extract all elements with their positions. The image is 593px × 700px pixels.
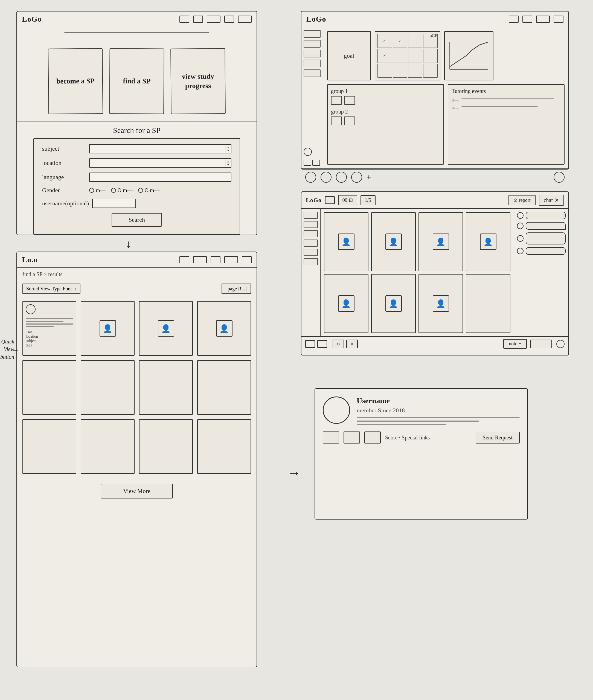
subject-input[interactable]: ▲ ▼: [89, 144, 231, 153]
report-button[interactable]: ⊙ report: [509, 195, 535, 205]
sort-dropdown[interactable]: Sorted View Type Font ↕: [23, 284, 80, 294]
footer-circle-3[interactable]: [336, 172, 347, 183]
card-line-user: [26, 318, 73, 319]
panel3-nav-5[interactable]: [242, 256, 252, 263]
sidebar-bottom-icons: [304, 160, 321, 166]
card-line-tags: [26, 326, 54, 327]
note-button[interactable]: note +: [503, 339, 527, 348]
chat-bubble-1: [526, 212, 566, 219]
sidebar-item-1[interactable]: [304, 30, 321, 38]
nav-icon-2[interactable]: [193, 15, 203, 23]
chat-button[interactable]: chat ✕: [539, 195, 564, 206]
panel3-nav-2[interactable]: [193, 256, 207, 263]
result-card-12[interactable]: [197, 419, 251, 474]
panel3-nav-1[interactable]: [180, 256, 189, 263]
language-input[interactable]: [89, 172, 231, 182]
session-sb-5[interactable]: [304, 249, 318, 256]
member-box-3[interactable]: [331, 117, 342, 125]
profile-action-2[interactable]: [344, 431, 360, 444]
footer-circle-2[interactable]: [321, 172, 331, 183]
result-card-3[interactable]: 👤: [139, 301, 193, 356]
quick-view-arrow: →: [11, 346, 19, 355]
search-form: subject ▲ ▼ location ▲ ▼: [33, 138, 240, 235]
panel3-nav-4[interactable]: [224, 256, 238, 263]
result-card-2[interactable]: 👤: [81, 301, 134, 356]
sidebar-item-2[interactable]: [304, 40, 321, 48]
session-sb-2[interactable]: [304, 221, 318, 228]
result-card-4[interactable]: 👤: [197, 301, 251, 356]
find-sp-card[interactable]: find a SP: [109, 48, 164, 114]
video-person-1: 👤: [341, 237, 351, 246]
bullet-2: o—: [451, 105, 459, 111]
footer-icon-2[interactable]: ⊗: [346, 340, 358, 348]
session-tab-counter[interactable]: 1/5: [360, 195, 375, 205]
result-card-8[interactable]: [197, 360, 251, 415]
username-input[interactable]: [92, 199, 136, 208]
label-subject: subject: [26, 339, 73, 343]
member-box-4[interactable]: [344, 117, 355, 125]
footer-icon-1[interactable]: ⊘: [332, 340, 344, 348]
sidebar-item-4[interactable]: [304, 59, 321, 67]
view-progress-card[interactable]: view study progress: [170, 48, 226, 114]
nav-icon-4[interactable]: [224, 15, 234, 23]
panel2-nav-3[interactable]: [536, 15, 550, 23]
send-request-button[interactable]: Send Request: [476, 432, 520, 444]
panel2-nav-2[interactable]: [522, 15, 532, 23]
panel2-nav-1[interactable]: [509, 15, 519, 23]
member-box-2[interactable]: [344, 96, 355, 105]
result-card-detail[interactable]: user location subject tags: [23, 301, 76, 356]
session-sb-3[interactable]: [304, 230, 318, 237]
nav-icon-5[interactable]: [238, 15, 252, 23]
scroll-down-2: ▼: [227, 163, 230, 166]
result-card-10[interactable]: [81, 419, 134, 474]
sidebar-icon-a[interactable]: [304, 160, 311, 166]
session-tab-timer[interactable]: 00:⊡: [338, 195, 357, 205]
footer-circle-4[interactable]: [351, 172, 362, 183]
video-grid: 👤 👤 👤 👤: [321, 209, 514, 336]
profile-action-3[interactable]: [364, 431, 381, 444]
video-cell-4: 👤: [466, 212, 510, 271]
location-input[interactable]: ▲ ▼: [89, 158, 231, 168]
breadcrumb-text: find a SP > results: [23, 271, 63, 277]
session-sb-4[interactable]: [304, 240, 318, 247]
footer-circle-1[interactable]: [305, 172, 316, 183]
page-dropdown[interactable]: | page R... |: [222, 284, 251, 294]
footer-plus[interactable]: +: [366, 173, 371, 181]
language-row: language: [42, 172, 231, 182]
chat-bubble-2: [526, 222, 566, 230]
profile-username: Username: [357, 397, 520, 405]
member-box-1[interactable]: [331, 96, 342, 105]
session-sb-6[interactable]: [304, 258, 318, 265]
become-sp-card[interactable]: become a SP: [48, 48, 103, 114]
profile-info: Username member Since 2018: [357, 397, 520, 425]
label-user: user: [26, 330, 73, 334]
gender-m3[interactable]: O m—: [138, 187, 160, 194]
sidebar-item-5[interactable]: [304, 70, 321, 77]
chat-footer-box[interactable]: [530, 340, 552, 348]
nav-icon-1[interactable]: [180, 15, 189, 23]
session-sb-1[interactable]: [304, 212, 318, 219]
chat-avatar-4: [517, 248, 523, 254]
result-card-9[interactable]: [23, 419, 76, 474]
gender-m2[interactable]: O m—: [111, 187, 133, 194]
radio-circle-2[interactable]: [111, 188, 116, 193]
search-button[interactable]: Search: [112, 213, 162, 227]
session-icon-1[interactable]: [325, 196, 335, 204]
radio-circle-3[interactable]: [138, 188, 143, 193]
sb-icon-b[interactable]: [317, 340, 327, 348]
radio-circle-1[interactable]: [89, 188, 94, 193]
panel3-nav-3[interactable]: [211, 256, 221, 263]
nav-icon-3[interactable]: [207, 15, 221, 23]
result-card-11[interactable]: [139, 419, 193, 474]
gender-m1[interactable]: m—: [89, 187, 106, 194]
profile-action-1[interactable]: [323, 431, 339, 444]
result-card-7[interactable]: [139, 360, 193, 415]
result-card-6[interactable]: [81, 360, 134, 415]
sidebar-item-3[interactable]: [304, 50, 321, 57]
result-card-5[interactable]: [23, 360, 76, 415]
sb-icon-a[interactable]: [305, 340, 315, 348]
panel2-nav-4[interactable]: [554, 15, 563, 23]
hero-line-2: [85, 36, 189, 36]
sidebar-icon-b[interactable]: [312, 160, 320, 166]
view-more-button[interactable]: View More: [101, 484, 172, 498]
